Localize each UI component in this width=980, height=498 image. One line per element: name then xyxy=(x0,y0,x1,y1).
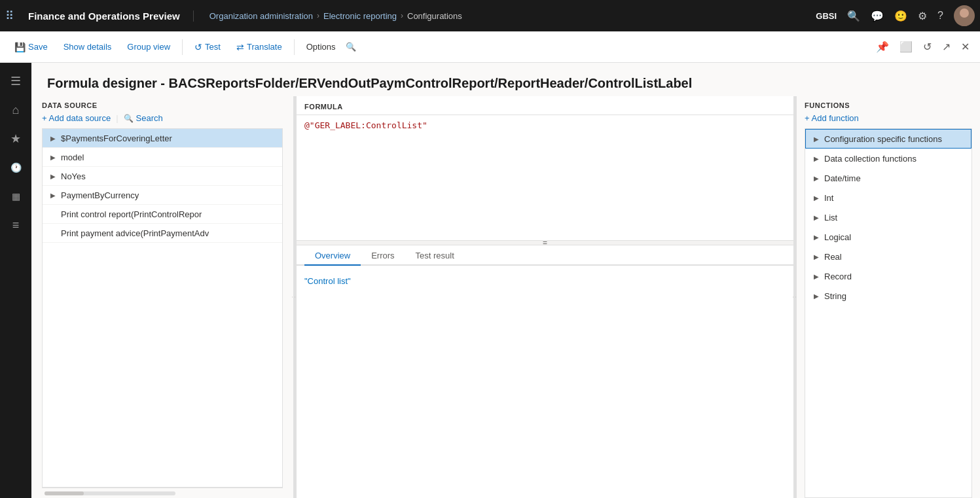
nav-modules-icon[interactable]: ≡ xyxy=(3,212,29,238)
breadcrumb-sep-1: › xyxy=(317,11,319,20)
org-code: GBSI xyxy=(816,11,837,21)
tree-item-payment-by-currency[interactable]: ▶ PaymentByCurrency xyxy=(43,186,282,205)
breadcrumb-sep-2: › xyxy=(401,11,403,20)
translate-button[interactable]: ⇄ Translate xyxy=(230,38,289,56)
toolbar: 💾 Save Show details Group view ↺ Test ⇄ … xyxy=(0,31,980,63)
chevron-icon: ▶ xyxy=(48,190,58,200)
functions-toolbar: + Add function xyxy=(805,113,972,123)
tree-item-noyes[interactable]: ▶ NoYes xyxy=(43,167,282,186)
toolbar-sep-1 xyxy=(182,39,183,55)
chevron-icon: ▶ xyxy=(811,271,822,281)
chevron-icon: ▶ xyxy=(811,133,822,144)
app-launcher-icon[interactable]: ⠿ xyxy=(5,9,14,23)
show-details-button[interactable]: Show details xyxy=(57,38,118,56)
data-source-toolbar: + Add data source | 🔍 Search xyxy=(42,113,283,123)
chevron-icon: ▶ xyxy=(48,133,58,143)
drag-handle[interactable]: = xyxy=(297,240,793,245)
func-item-datetime[interactable]: ▶ Date/time xyxy=(805,168,971,188)
scrollbar-thumb[interactable] xyxy=(45,491,84,495)
top-bar-content: ⠿ Finance and Operations Preview Organiz… xyxy=(5,9,462,23)
tree-item-print-payment[interactable]: ▶ Print payment advice(PrintPaymentAdv xyxy=(43,224,282,243)
test-button[interactable]: ↺ Test xyxy=(188,38,227,56)
scrollbar-container xyxy=(42,488,283,498)
func-item-config-specific[interactable]: ▶ Configuration specific functions xyxy=(805,129,971,149)
toolbar-right: 📌 ⬜ ↺ ↗ ✕ xyxy=(873,38,972,56)
func-item-data-collection[interactable]: ▶ Data collection functions xyxy=(805,149,971,168)
tabs-bar: Overview Errors Test result xyxy=(297,245,793,266)
chevron-icon: ▶ xyxy=(811,173,822,183)
settings-icon[interactable]: ⚙ xyxy=(918,10,927,22)
func-item-logical[interactable]: ▶ Logical xyxy=(805,227,971,247)
close-icon[interactable]: ✕ xyxy=(958,38,972,56)
search-toolbar-icon[interactable]: 🔍 xyxy=(346,42,356,52)
save-button[interactable]: 💾 Save xyxy=(8,38,54,56)
chevron-icon: ▶ xyxy=(811,251,822,262)
add-data-source-button[interactable]: + Add data source xyxy=(42,113,111,123)
tree-item-payments[interactable]: ▶ $PaymentsForCoveringLetter xyxy=(43,129,282,148)
func-item-record[interactable]: ▶ Record xyxy=(805,266,971,286)
chevron-icon: ▶ xyxy=(811,291,822,301)
functions-header: FUNCTIONS xyxy=(805,96,972,113)
chevron-icon-empty: ▶ xyxy=(48,228,58,238)
data-source-tree: ▶ $PaymentsForCoveringLetter ▶ model ▶ N… xyxy=(42,128,283,488)
svg-point-0 xyxy=(960,9,969,18)
nav-hamburger-icon[interactable]: ☰ xyxy=(3,68,29,94)
test-icon: ↺ xyxy=(194,42,202,52)
emoji-icon[interactable]: 🙂 xyxy=(894,10,907,22)
nav-recent-icon[interactable]: 🕐 xyxy=(3,154,29,181)
func-item-list[interactable]: ▶ List xyxy=(805,207,971,227)
func-item-real[interactable]: ▶ Real xyxy=(805,247,971,266)
chevron-icon: ▶ xyxy=(811,153,822,164)
nav-favorites-icon[interactable]: ★ xyxy=(3,126,29,152)
app-title: Finance and Operations Preview xyxy=(28,10,194,22)
chat-icon[interactable]: 💬 xyxy=(871,10,884,22)
breadcrumb: Organization administration › Electronic… xyxy=(209,11,462,21)
data-source-panel: DATA SOURCE + Add data source | 🔍 Search… xyxy=(31,96,293,498)
tab-overview[interactable]: Overview xyxy=(304,245,361,266)
designer-layout: DATA SOURCE + Add data source | 🔍 Search… xyxy=(31,96,980,498)
top-bar-right: GBSI 🔍 💬 🙂 ⚙ ? xyxy=(816,5,975,26)
tree-item-model[interactable]: ▶ model xyxy=(43,148,282,167)
options-label[interactable]: Options xyxy=(300,38,342,56)
nav-home-icon[interactable]: ⌂ xyxy=(3,97,29,123)
breadcrumb-org-admin[interactable]: Organization administration xyxy=(209,11,313,21)
scrollbar-track[interactable] xyxy=(45,491,175,495)
pin-icon[interactable]: 📌 xyxy=(873,38,892,56)
save-icon: 💾 xyxy=(14,42,26,52)
chevron-icon: ▶ xyxy=(48,171,58,181)
tab-test-result[interactable]: Test result xyxy=(405,245,465,266)
group-view-button[interactable]: Group view xyxy=(120,38,177,56)
formula-top: FORMULA xyxy=(297,96,793,240)
functions-panel: FUNCTIONS + Add function ▶ Configuration… xyxy=(797,96,980,498)
breadcrumb-electronic-reporting[interactable]: Electronic reporting xyxy=(323,11,397,21)
content: Formula designer - BACSReportsFolder/ERV… xyxy=(31,63,980,498)
search-icon-small: 🔍 xyxy=(124,114,134,123)
search-data-source-button[interactable]: 🔍 Search xyxy=(124,113,163,123)
refresh-icon[interactable]: ↺ xyxy=(920,38,934,56)
formula-editor[interactable] xyxy=(297,115,793,240)
popout-icon[interactable]: ↗ xyxy=(939,38,953,56)
toolbar-sep-2 xyxy=(294,39,295,55)
left-nav: ☰ ⌂ ★ 🕐 ▦ ≡ xyxy=(0,63,31,498)
functions-tree: ▶ Configuration specific functions ▶ Dat… xyxy=(805,128,972,498)
page-title: Formula designer - BACSReportsFolder/ERV… xyxy=(31,63,980,96)
breadcrumb-configurations[interactable]: Configurations xyxy=(407,11,462,21)
func-item-string[interactable]: ▶ String xyxy=(805,286,971,306)
tab-errors[interactable]: Errors xyxy=(361,245,405,266)
search-icon[interactable]: 🔍 xyxy=(847,10,860,22)
help-icon[interactable]: ? xyxy=(937,10,943,22)
tree-item-print-control[interactable]: ▶ Print control report(PrintControlRepor xyxy=(43,205,282,224)
nav-workspaces-icon[interactable]: ▦ xyxy=(3,183,29,209)
top-bar: ⠿ Finance and Operations Preview Organiz… xyxy=(0,0,980,31)
formula-header: FORMULA xyxy=(297,96,793,115)
formula-bottom: Overview Errors Test result "Control lis… xyxy=(297,245,793,498)
chevron-icon: ▶ xyxy=(811,212,822,222)
avatar[interactable] xyxy=(954,5,975,26)
add-function-button[interactable]: + Add function xyxy=(805,113,859,123)
func-item-int[interactable]: ▶ Int xyxy=(805,188,971,207)
chevron-icon-empty: ▶ xyxy=(48,209,58,219)
data-source-header: DATA SOURCE xyxy=(42,96,283,113)
chevron-icon: ▶ xyxy=(811,192,822,203)
expand-icon[interactable]: ⬜ xyxy=(897,38,915,56)
main-layout: ☰ ⌂ ★ 🕐 ▦ ≡ Formula designer - BACSRepor… xyxy=(0,63,980,498)
